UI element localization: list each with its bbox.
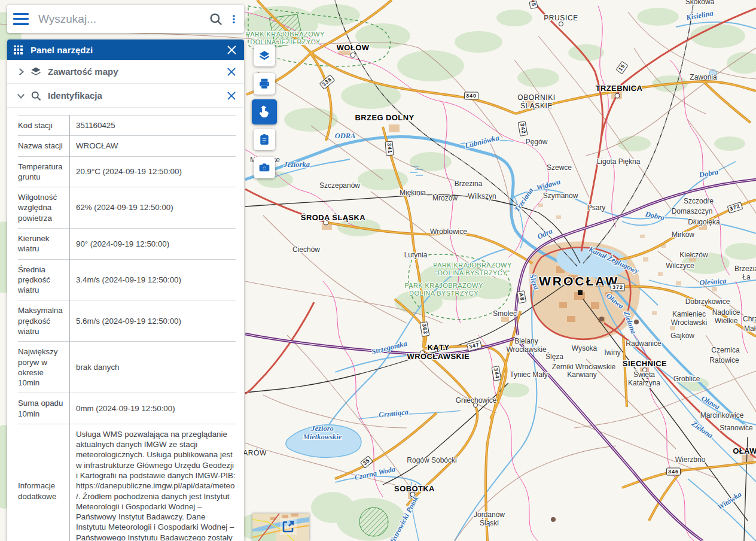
identification-row: Nazwa stacjiWROCŁAW bbox=[18, 136, 236, 156]
identification-row: Informacje dodatkoweUsługa WMS pozwalają… bbox=[18, 424, 236, 541]
panel-header[interactable]: Panel narzędzi bbox=[7, 39, 244, 60]
identification-row: Największy poryw w okresie 10minbrak dan… bbox=[18, 342, 236, 393]
identification-row: Kod stacji351160425 bbox=[18, 116, 236, 136]
app-window: WROCŁAWWOŁÓWBRZEG DOLNYTRZEBNICAŚRODA ŚL… bbox=[0, 0, 756, 541]
expand-icon bbox=[282, 520, 295, 533]
printer-icon bbox=[258, 78, 270, 90]
overview-map[interactable] bbox=[252, 513, 309, 541]
layers-icon bbox=[30, 66, 42, 78]
section-identification[interactable]: Identyfikacja bbox=[7, 84, 244, 108]
magnifier-icon bbox=[30, 90, 42, 102]
identification-row-label: Kierunek wiatru bbox=[18, 228, 70, 259]
identification-row: Wilgotność względna powietrza62% (2024-0… bbox=[18, 187, 236, 229]
identification-row-label: Maksymalna prędkość wiatru bbox=[18, 300, 70, 342]
camera-icon bbox=[258, 162, 270, 174]
overview-expand-button[interactable] bbox=[280, 518, 297, 535]
identification-row-value: WROCŁAW bbox=[70, 136, 236, 156]
identification-row-label: Największy poryw w okresie 10min bbox=[18, 342, 70, 393]
identification-row-value: 351160425 bbox=[70, 116, 236, 136]
screenshot-tool-button[interactable] bbox=[254, 157, 275, 178]
layers-icon bbox=[258, 50, 270, 62]
identification-table: Kod stacji351160425Nazwa stacjiWROCŁAWTe… bbox=[18, 115, 236, 541]
identification-row-label: Nazwa stacji bbox=[18, 136, 70, 156]
sleza-reserve-hatch bbox=[359, 507, 388, 536]
panel-title: Panel narzędzi bbox=[31, 45, 222, 55]
identification-row: Temperatura gruntu20.9°C (2024-09-19 12:… bbox=[18, 156, 236, 187]
identification-row-label: Średnia prędkość wiatru bbox=[18, 259, 70, 300]
identification-row: Kierunek wiatru90° (2024-09-19 12:50:00) bbox=[18, 228, 236, 259]
identification-row-label: Informacje dodatkowe bbox=[18, 424, 70, 541]
identification-row-value: 5.6m/s (2024-09-19 12:50:00) bbox=[70, 300, 236, 342]
section-label: Identyfikacja bbox=[48, 90, 222, 101]
identify-tool-button[interactable] bbox=[252, 99, 277, 124]
identification-row-value: 20.9°C (2024-09-19 12:50:00) bbox=[70, 156, 236, 187]
layers-tool-button[interactable] bbox=[254, 45, 275, 66]
identification-row: Średnia prędkość wiatru3.4m/s (2024-09-1… bbox=[18, 259, 236, 300]
identification-row-label: Temperatura gruntu bbox=[18, 156, 70, 187]
identification-row-value: Usługa WMS pozwalająca na przeglądanie a… bbox=[70, 424, 236, 541]
apps-grid-icon bbox=[14, 45, 23, 54]
identification-row-value: 0mm (2024-09-19 12:50:00) bbox=[70, 393, 236, 424]
identification-row-value: 3.4m/s (2024-09-19 12:50:00) bbox=[70, 259, 236, 300]
section-close-button[interactable] bbox=[222, 87, 240, 105]
identification-row-value: 90° (2024-09-19 12:50:00) bbox=[70, 228, 236, 259]
identification-row: Maksymalna prędkość wiatru5.6m/s (2024-0… bbox=[18, 300, 236, 342]
panel-close-button[interactable] bbox=[222, 41, 240, 59]
print-tool-button[interactable] bbox=[254, 73, 275, 95]
tools-panel: Panel narzędzi Zawartość mapy Identyfika… bbox=[7, 39, 244, 541]
identification-row-value: brak danych bbox=[70, 342, 236, 393]
section-label: Zawartość mapy bbox=[48, 66, 222, 77]
identification-row-label: Suma opadu 10min bbox=[18, 393, 70, 424]
identification-row: Suma opadu 10min0mm (2024-09-19 12:50:00… bbox=[18, 393, 236, 424]
section-map-content[interactable]: Zawartość mapy bbox=[7, 60, 244, 84]
chevron-down-icon bbox=[17, 92, 25, 100]
report-tool-button[interactable] bbox=[254, 129, 275, 150]
search-icon[interactable] bbox=[208, 11, 224, 27]
search-bar bbox=[7, 5, 244, 33]
identification-row-label: Wilgotność względna powietrza bbox=[18, 187, 70, 229]
identification-row-label: Kod stacji bbox=[18, 116, 70, 136]
clipboard-icon bbox=[258, 133, 270, 145]
menu-icon[interactable] bbox=[13, 13, 29, 25]
section-close-button[interactable] bbox=[222, 63, 240, 81]
search-input[interactable] bbox=[37, 12, 208, 26]
touch-identify-icon bbox=[257, 105, 272, 119]
chevron-right-icon bbox=[17, 68, 25, 76]
kebab-menu-icon[interactable] bbox=[228, 11, 239, 27]
identification-row-value: 62% (2024-09-19 12:50:00) bbox=[70, 187, 236, 229]
